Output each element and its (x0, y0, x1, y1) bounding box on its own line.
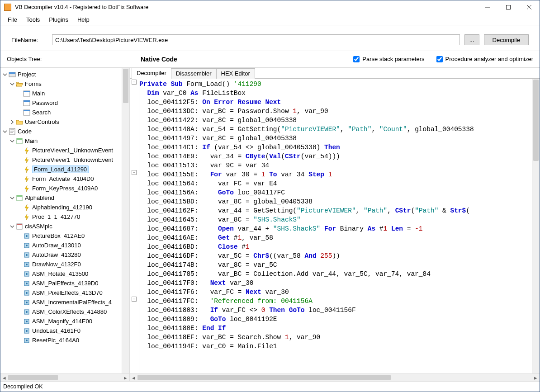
form-icon (23, 90, 30, 97)
expand-toggle-icon[interactable] (17, 271, 22, 277)
tree-prop-item[interactable]: ASM_ColorXEffects_414880 (2, 307, 122, 316)
close-button[interactable] (519, 0, 540, 14)
tree-proc-item[interactable]: Form_Activate_4104D0 (2, 174, 122, 184)
expand-toggle-icon[interactable] (17, 290, 22, 296)
tree-alphablend-module[interactable]: Alphablend (2, 193, 122, 203)
tree-proc-item[interactable]: Form_KeyPress_4109A0 (2, 184, 122, 193)
fold-icon[interactable]: − (132, 80, 137, 85)
fold-icon[interactable]: − (132, 170, 137, 175)
tree-item-label: ASM_Rotate_413500 (32, 270, 88, 277)
scroll-right-icon[interactable]: ▸ (122, 374, 129, 381)
tree-prop-item[interactable]: AutoDraw_413010 (2, 241, 122, 250)
tree-form-item[interactable]: Search (2, 108, 122, 117)
expand-toggle-icon[interactable] (17, 309, 22, 315)
tree-prop-item[interactable]: ASM_PixelEffects_413D70 (2, 288, 122, 298)
menu-file[interactable]: File (3, 15, 22, 24)
expand-toggle-icon[interactable] (17, 262, 22, 267)
expand-toggle-icon[interactable] (17, 243, 22, 248)
expand-toggle-icon[interactable] (17, 148, 22, 153)
fold-icon[interactable]: − (132, 297, 137, 302)
expand-toggle-icon[interactable] (17, 205, 22, 210)
tree-prop-item[interactable]: DrawNow_4132F0 (2, 260, 122, 269)
svg-rect-21 (17, 224, 22, 225)
tree-hscrollbar[interactable]: ◂ ▸ (0, 373, 129, 381)
tab-disassembler[interactable]: Disassembler (171, 68, 217, 79)
tree-prop-item[interactable]: AutoDraw_413280 (2, 250, 122, 260)
parse-stack-checkbox[interactable]: Parse stack parameters (353, 56, 424, 62)
expand-toggle-icon[interactable] (17, 157, 22, 163)
tree-form-item[interactable]: Password (2, 98, 122, 108)
scroll-left-icon[interactable]: ◂ (0, 374, 8, 381)
scroll-left-icon[interactable]: ◂ (130, 374, 137, 381)
tree-proc-item[interactable]: Proc_1_1_412770 (2, 212, 122, 222)
decompile-button[interactable]: Decompile (484, 34, 529, 45)
expand-toggle-icon[interactable] (2, 129, 8, 134)
menu-tools[interactable]: Tools (22, 15, 44, 24)
expand-toggle-icon[interactable] (9, 81, 15, 87)
expand-toggle-icon[interactable] (17, 338, 22, 343)
tree-prop-item[interactable]: ASM_Rotate_413500 (2, 269, 122, 279)
menu-plugins[interactable]: Plugins (44, 15, 73, 24)
expand-toggle-icon[interactable] (17, 176, 22, 182)
tree-proc-item[interactable]: PictureViever1_UnknownEvent (2, 146, 122, 155)
expand-toggle-icon[interactable] (17, 252, 22, 258)
expand-toggle-icon[interactable] (17, 328, 22, 334)
minimize-button[interactable] (477, 0, 498, 14)
tree-proc-item[interactable]: Alphablending_412190 (2, 203, 122, 212)
expand-toggle-icon[interactable] (17, 214, 22, 220)
expand-toggle-icon[interactable] (17, 100, 22, 106)
tree-prop-item[interactable]: ResetPic_4164A0 (2, 335, 122, 345)
proc-analyzer-checkbox[interactable]: Procedure analyzer and optimizer (436, 56, 533, 62)
tree-prop-item[interactable]: PictureBox_412AE0 (2, 231, 122, 241)
expand-toggle-icon[interactable] (17, 319, 22, 324)
tree-proc-item[interactable]: PictureViever1_UnknownEvent (2, 155, 122, 165)
tree-prop-item[interactable]: UndoLast_4161F0 (2, 326, 122, 335)
tree-project[interactable]: Project (2, 70, 122, 79)
expand-toggle-icon[interactable] (9, 224, 15, 229)
tree-main-module[interactable]: Main (2, 136, 122, 146)
menu-help[interactable]: Help (73, 15, 94, 24)
tree-item-label: Alphablend (25, 194, 54, 201)
expand-toggle-icon[interactable] (9, 195, 15, 201)
tree-prop-item[interactable]: ASM_IncrementalPalEffects_4 (2, 298, 122, 307)
expand-toggle-icon[interactable] (17, 233, 22, 239)
expand-toggle-icon[interactable] (17, 91, 22, 96)
tree-forms[interactable]: Forms (2, 79, 122, 89)
tree-item-label: Search (32, 109, 51, 116)
decompiled-code[interactable]: Private Sub Form_Load() '411290 Dim var_… (139, 79, 532, 373)
tree-proc-item[interactable]: Form_Load_411290 (2, 165, 122, 174)
tab-hex-editor[interactable]: HEX Editor (216, 68, 255, 79)
tab-decompiler[interactable]: Decompiler (132, 68, 171, 79)
tree-form-item[interactable]: Main (2, 89, 122, 98)
app-window: VB Decompiler v10.4 - Registered to DotF… (0, 0, 540, 392)
expand-toggle-icon[interactable] (17, 281, 22, 286)
tree-code[interactable]: Code (2, 127, 122, 136)
expand-toggle-icon[interactable] (2, 72, 8, 77)
expand-toggle-icon[interactable] (9, 119, 15, 125)
expand-toggle-icon[interactable] (17, 110, 22, 115)
scroll-right-icon[interactable]: ▸ (532, 374, 540, 381)
expand-toggle-icon[interactable] (17, 186, 22, 191)
objects-tree[interactable]: ProjectFormsMainPasswordSearchUserContro… (0, 68, 122, 373)
tree-prop-item[interactable]: ASM_PalEffects_4139D0 (2, 279, 122, 288)
proc-analyzer-input[interactable] (436, 56, 443, 62)
tree-vscrollbar[interactable] (122, 68, 129, 373)
code-vscrollbar[interactable] (532, 79, 540, 373)
maximize-button[interactable] (498, 0, 519, 14)
tree-prop-item[interactable]: ASM_Magnify_414E00 (2, 316, 122, 326)
browse-button[interactable]: ... (464, 34, 479, 45)
expand-toggle-icon[interactable] (17, 300, 22, 305)
svg-rect-11 (24, 110, 30, 111)
expand-toggle-icon[interactable] (17, 167, 22, 172)
parse-stack-input[interactable] (353, 56, 360, 62)
fold-gutter[interactable]: − − − (130, 79, 139, 373)
tree-clsasm-module[interactable]: clsASMpic (2, 222, 122, 231)
menu-bar: File Tools Plugins Help (0, 14, 540, 25)
tree-usercontrols[interactable]: UserControls (2, 117, 122, 127)
filename-input[interactable] (52, 34, 460, 45)
module-icon (16, 194, 23, 202)
code-hscrollbar[interactable]: ◂ ▸ (130, 373, 540, 381)
prop-icon (23, 280, 30, 287)
tree-item-label: Form_KeyPress_4109A0 (32, 185, 98, 192)
expand-toggle-icon[interactable] (9, 138, 15, 144)
